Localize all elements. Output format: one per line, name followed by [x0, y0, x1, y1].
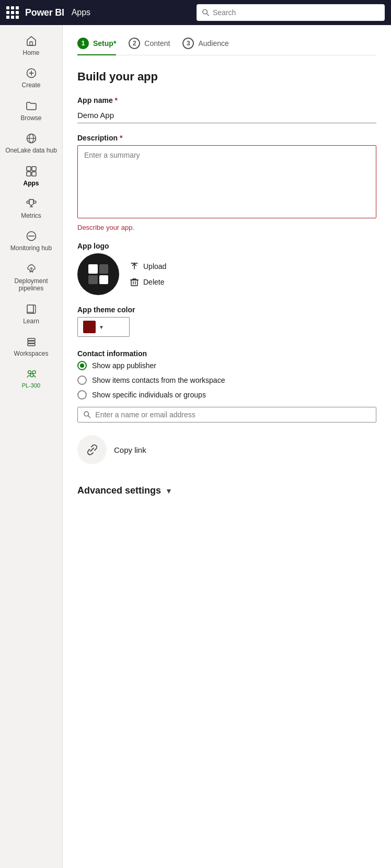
sidebar-item-workspaces[interactable]: Workspaces — [0, 330, 62, 362]
sidebar-item-home[interactable]: Home — [0, 29, 62, 62]
sidebar-label-create: Create — [21, 81, 40, 89]
contact-search-wrap[interactable] — [77, 407, 376, 423]
description-input[interactable] — [77, 145, 376, 218]
copy-link-section: Copy link — [77, 435, 376, 464]
tab-content-number: 2 — [129, 38, 140, 49]
form-title: Build your app — [77, 70, 376, 84]
radio-label-workspace: Show items contacts from the workspace — [92, 376, 225, 384]
link-icon — [85, 442, 99, 457]
search-icon — [202, 8, 210, 17]
search-bar[interactable] — [197, 4, 385, 21]
color-section: App theme color ▼ — [77, 306, 376, 337]
radio-show-publisher[interactable]: Show app publisher — [77, 361, 376, 370]
upload-label: Upload — [143, 262, 166, 271]
plus-circle-icon — [25, 67, 38, 79]
svg-point-23 — [28, 371, 31, 374]
sidebar-label-monitoring: Monitoring hub — [10, 244, 52, 252]
description-required: * — [120, 134, 122, 142]
upload-button[interactable]: Upload — [130, 262, 166, 271]
sidebar-item-metrics[interactable]: Metrics — [0, 192, 62, 225]
svg-point-25 — [30, 374, 33, 377]
advanced-settings[interactable]: Advanced settings ▼ — [77, 479, 376, 496]
tab-audience-label: Audience — [198, 39, 228, 48]
svg-rect-11 — [27, 172, 31, 176]
radio-circle-publisher — [77, 361, 87, 370]
sidebar-item-apps[interactable]: Apps — [0, 160, 62, 192]
svg-rect-9 — [27, 167, 31, 171]
content-area: 1 Setup* 2 Content 3 Audience Build your… — [63, 25, 391, 868]
tab-audience[interactable]: 3 Audience — [182, 38, 228, 55]
contact-search-input[interactable] — [95, 410, 371, 419]
sidebar-item-create[interactable]: Create — [0, 62, 62, 94]
logo-sq-2 — [99, 264, 109, 274]
tab-content[interactable]: 2 Content — [129, 38, 170, 55]
delete-button[interactable]: Delete — [130, 277, 166, 287]
logo-sq-3 — [88, 275, 98, 285]
copy-link-label: Copy link — [114, 445, 146, 454]
color-swatch — [83, 321, 96, 333]
sidebar-label-apps: Apps — [24, 180, 39, 187]
search-input[interactable] — [213, 8, 380, 17]
svg-rect-22 — [28, 344, 35, 346]
home-icon — [25, 34, 38, 47]
logo-sq-1 — [88, 264, 98, 274]
radio-label-individuals: Show specific individuals or groups — [92, 391, 206, 399]
sidebar-item-deployment[interactable]: Deployment pipelines — [0, 257, 62, 298]
radio-group: Show app publisher Show items contacts f… — [77, 361, 376, 400]
radio-show-individuals[interactable]: Show specific individuals or groups — [77, 390, 376, 400]
svg-line-33 — [88, 416, 90, 418]
tab-audience-number: 3 — [182, 38, 194, 49]
logo-sq-4 — [99, 275, 109, 285]
logo-icon — [88, 264, 108, 284]
app-name-input[interactable] — [77, 108, 376, 123]
sidebar-item-onelake[interactable]: OneLake data hub — [0, 127, 62, 159]
chevron-down-icon: ▼ — [99, 324, 104, 330]
advanced-settings-label: Advanced settings — [77, 485, 161, 496]
sidebar-item-learn[interactable]: Learn — [0, 298, 62, 330]
radio-circle-workspace — [77, 376, 87, 385]
sidebar-item-pl300[interactable]: PL-300 — [0, 362, 62, 394]
tabs: 1 Setup* 2 Content 3 Audience — [77, 38, 376, 55]
sidebar-item-monitoring[interactable]: Monitoring hub — [0, 225, 62, 257]
app-section-name: Apps — [72, 8, 90, 17]
topbar: Power BI Apps — [0, 0, 391, 25]
sidebar-label-browse: Browse — [20, 114, 41, 122]
waffle-icon[interactable] — [6, 6, 19, 19]
app-name-required: * — [115, 96, 118, 104]
sidebar: Home Create Browse — [0, 25, 63, 868]
layers-icon — [25, 335, 38, 348]
radio-label-publisher: Show app publisher — [92, 361, 156, 370]
globe-icon — [25, 132, 38, 145]
logo-row: Upload Delete — [77, 253, 376, 295]
tab-setup-number: 1 — [77, 38, 89, 49]
sidebar-label-learn: Learn — [23, 318, 39, 325]
radio-show-workspace[interactable]: Show items contacts from the workspace — [77, 376, 376, 385]
people-icon — [25, 368, 38, 380]
theme-color-label: App theme color — [77, 306, 376, 314]
brand-name: Power BI — [25, 7, 64, 18]
svg-point-24 — [32, 371, 36, 374]
description-error: Describe your app. — [77, 224, 376, 231]
delete-label: Delete — [143, 278, 164, 286]
trophy-icon — [25, 197, 38, 210]
svg-rect-12 — [32, 172, 36, 176]
sidebar-label-metrics: Metrics — [21, 212, 41, 219]
tab-setup[interactable]: 1 Setup* — [77, 38, 116, 55]
copy-link-button[interactable]: Copy link — [77, 435, 146, 464]
advanced-chevron-icon: ▼ — [165, 487, 172, 495]
grid-icon — [25, 165, 38, 178]
sidebar-item-browse[interactable]: Browse — [0, 95, 62, 127]
app-name-label: App name * — [77, 96, 376, 104]
logo-actions: Upload Delete — [130, 262, 166, 287]
svg-rect-10 — [32, 167, 36, 171]
svg-point-17 — [30, 267, 32, 269]
book-icon — [25, 303, 38, 315]
main-layout: Home Create Browse — [0, 25, 391, 868]
logo-section: Upload Delete — [77, 253, 376, 295]
color-picker-button[interactable]: ▼ — [77, 317, 130, 337]
sidebar-label-home: Home — [22, 49, 39, 56]
sidebar-label-deployment: Deployment pipelines — [3, 277, 59, 292]
sidebar-label-pl300: PL-300 — [22, 382, 40, 389]
radio-dot-publisher — [80, 363, 84, 368]
svg-rect-21 — [28, 341, 35, 343]
